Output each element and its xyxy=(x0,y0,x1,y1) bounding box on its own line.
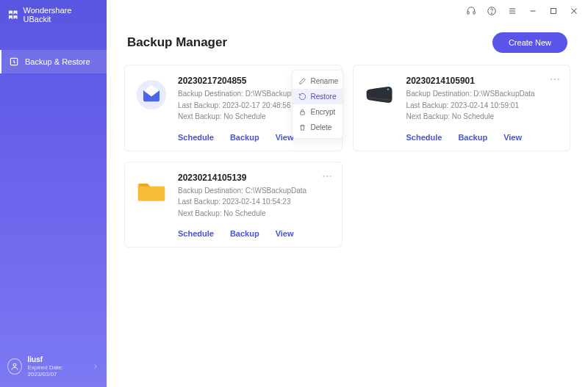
mail-icon xyxy=(135,79,168,111)
svg-rect-6 xyxy=(551,9,556,14)
main: Backup Manager Create New ⋯ 202302172048… xyxy=(107,0,588,387)
user-expired: Expired Date: 2023/03/07 xyxy=(28,364,86,378)
sidebar: Wondershare UBackit Backup & Restore liu… xyxy=(0,0,107,387)
close-icon[interactable] xyxy=(569,6,579,16)
help-icon[interactable] xyxy=(487,6,497,16)
brand: Wondershare UBackit xyxy=(0,0,107,28)
card-next: Next Backup: No Schedule xyxy=(178,208,330,220)
avatar xyxy=(7,358,22,375)
svg-rect-8 xyxy=(300,112,304,115)
backup-card: ⋯ 20230217204855 Backup Destination: D:\… xyxy=(124,65,343,151)
user-block[interactable]: liusf Expired Date: 2023/03/07 xyxy=(0,348,107,387)
backup-restore-icon xyxy=(9,57,19,67)
svg-point-5 xyxy=(492,12,492,13)
brand-icon xyxy=(7,9,19,21)
ctx-restore[interactable]: Restore xyxy=(293,89,343,104)
view-link[interactable]: View xyxy=(503,133,522,142)
backup-link[interactable]: Backup xyxy=(230,229,259,238)
view-link[interactable]: View xyxy=(276,229,294,238)
page-title: Backup Manager xyxy=(127,35,227,50)
more-icon[interactable]: ⋯ xyxy=(550,74,561,84)
sidebar-item-backup-restore[interactable]: Backup & Restore xyxy=(0,50,107,73)
card-title: 20230214105139 xyxy=(178,173,330,183)
card-next: Next Backup: No Schedule xyxy=(406,111,559,123)
svg-point-9 xyxy=(387,89,388,90)
disk-icon xyxy=(364,79,396,111)
headset-icon[interactable] xyxy=(466,6,476,16)
card-title: 20230214105901 xyxy=(406,76,559,86)
user-name: liusf xyxy=(28,355,86,364)
user-text: liusf Expired Date: 2023/03/07 xyxy=(28,355,86,378)
minimize-icon[interactable] xyxy=(528,6,538,16)
card-dest: Backup Destination: D:\WSBackupData xyxy=(406,88,559,100)
menu-icon[interactable] xyxy=(507,6,517,16)
card-last: Last Backup: 2023-02-14 10:59:01 xyxy=(406,100,559,112)
backup-link[interactable]: Backup xyxy=(458,133,487,142)
chevron-right-icon xyxy=(92,360,99,373)
svg-point-1 xyxy=(13,364,16,366)
titlebar xyxy=(107,0,588,22)
context-menu: Rename Restore Encrypt Delete xyxy=(292,70,343,139)
view-link[interactable]: View xyxy=(276,133,294,142)
card-last: Last Backup: 2023-02-14 10:54:23 xyxy=(178,196,330,208)
create-new-button[interactable]: Create New xyxy=(492,32,567,53)
more-icon[interactable]: ⋯ xyxy=(322,171,333,181)
backup-card: ⋯ 20230214105901 Backup Destination: D:\… xyxy=(353,65,571,151)
ctx-delete[interactable]: Delete xyxy=(293,120,343,135)
svg-rect-2 xyxy=(467,12,469,14)
ctx-encrypt[interactable]: Encrypt xyxy=(293,104,343,120)
sidebar-item-label: Backup & Restore xyxy=(25,57,90,66)
cards-grid: ⋯ 20230217204855 Backup Destination: D:\… xyxy=(107,65,588,247)
schedule-link[interactable]: Schedule xyxy=(178,133,214,142)
folder-icon xyxy=(135,176,168,208)
maximize-icon[interactable] xyxy=(548,6,559,16)
ctx-rename[interactable]: Rename xyxy=(293,73,343,89)
svg-rect-3 xyxy=(473,12,475,14)
header-row: Backup Manager Create New xyxy=(107,22,588,65)
backup-link[interactable]: Backup xyxy=(230,133,259,142)
schedule-link[interactable]: Schedule xyxy=(406,133,442,142)
brand-text: Wondershare UBackit xyxy=(24,6,100,23)
schedule-link[interactable]: Schedule xyxy=(178,229,214,238)
card-dest: Backup Destination: C:\WSBackupData xyxy=(178,185,330,197)
backup-card: ⋯ 20230214105139 Backup Destination: C:\… xyxy=(124,162,343,248)
